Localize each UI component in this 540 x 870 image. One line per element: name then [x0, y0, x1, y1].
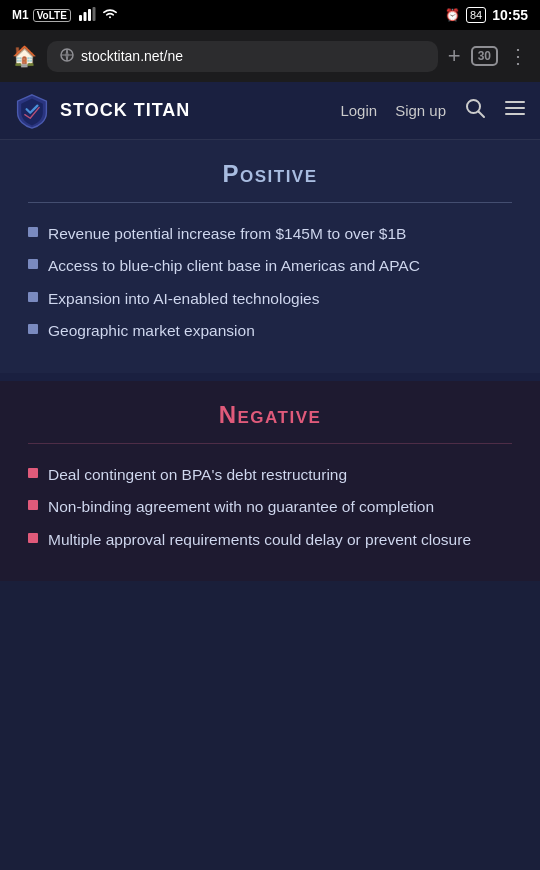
negative-list-item: Deal contingent on BPA's debt restructur…: [28, 464, 512, 486]
positive-title-text: Positive: [222, 160, 317, 187]
browser-bar: 🏠 stocktitan.net/ne + 30 ⋮: [0, 30, 540, 82]
tab-count-badge[interactable]: 30: [471, 46, 498, 66]
negative-title-text: Negative: [219, 401, 322, 428]
negative-item-text: Non-binding agreement with no guarantee …: [48, 496, 434, 518]
search-icon[interactable]: [464, 97, 486, 124]
positive-bullet-list: Revenue potential increase from $145M to…: [28, 223, 512, 343]
more-options-button[interactable]: ⋮: [508, 44, 528, 68]
bullet-marker-negative: [28, 500, 38, 510]
positive-item-text: Geographic market expansion: [48, 320, 255, 342]
negative-divider: [28, 443, 512, 444]
positive-item-text: Revenue potential increase from $145M to…: [48, 223, 406, 245]
positive-section-title: Positive: [28, 160, 512, 188]
bullet-marker-negative: [28, 468, 38, 478]
time-display: 10:55: [492, 7, 528, 23]
status-left: M1 VoLTE: [12, 7, 119, 24]
home-icon[interactable]: 🏠: [12, 44, 37, 68]
bullet-marker-positive: [28, 324, 38, 334]
positive-item-text: Access to blue-chip client base in Ameri…: [48, 255, 420, 277]
add-tab-button[interactable]: +: [448, 43, 461, 69]
wifi-icon: [101, 7, 119, 24]
battery-percent: 84: [466, 7, 486, 23]
navbar: STOCK TITAN Login Sign up: [0, 82, 540, 140]
site-icon: [59, 47, 75, 66]
battery-indicator: 84: [466, 7, 486, 23]
positive-item-text: Expansion into AI-enabled technologies: [48, 288, 319, 310]
logo-text: STOCK TITAN: [60, 100, 190, 121]
svg-line-6: [479, 112, 485, 118]
svg-rect-2: [88, 9, 91, 21]
svg-rect-1: [83, 12, 86, 21]
volte-badge: VoLTE: [33, 9, 71, 22]
negative-list-item: Non-binding agreement with no guarantee …: [28, 496, 512, 518]
bullet-marker-positive: [28, 259, 38, 269]
url-bar[interactable]: stocktitan.net/ne: [47, 41, 438, 72]
signup-button[interactable]: Sign up: [395, 102, 446, 119]
bullet-marker-negative: [28, 533, 38, 543]
signal-icon: [79, 7, 97, 24]
positive-list-item: Expansion into AI-enabled technologies: [28, 288, 512, 310]
alarm-icon: ⏰: [445, 8, 460, 22]
main-content: Positive Revenue potential increase from…: [0, 140, 540, 581]
negative-item-text: Multiple approval requirements could del…: [48, 529, 471, 551]
nav-links: Login Sign up: [340, 97, 526, 124]
negative-item-text: Deal contingent on BPA's debt restructur…: [48, 464, 347, 486]
status-bar: M1 VoLTE ⏰ 84 10:55: [0, 0, 540, 30]
login-button[interactable]: Login: [340, 102, 377, 119]
url-text: stocktitan.net/ne: [81, 48, 183, 64]
negative-list-item: Multiple approval requirements could del…: [28, 529, 512, 551]
logo-area: STOCK TITAN: [14, 93, 340, 129]
bullet-marker-positive: [28, 227, 38, 237]
positive-divider: [28, 202, 512, 203]
positive-list-item: Revenue potential increase from $145M to…: [28, 223, 512, 245]
carrier-label: M1: [12, 8, 29, 22]
bullet-marker-positive: [28, 292, 38, 302]
positive-section: Positive Revenue potential increase from…: [0, 140, 540, 373]
menu-icon[interactable]: [504, 97, 526, 124]
logo-shield-icon: [14, 93, 50, 129]
svg-rect-3: [92, 7, 95, 21]
positive-list-item: Geographic market expansion: [28, 320, 512, 342]
svg-rect-0: [79, 15, 82, 21]
positive-list-item: Access to blue-chip client base in Ameri…: [28, 255, 512, 277]
status-right: ⏰ 84 10:55: [445, 7, 528, 23]
negative-section: Negative Deal contingent on BPA's debt r…: [0, 381, 540, 581]
negative-section-title: Negative: [28, 401, 512, 429]
negative-bullet-list: Deal contingent on BPA's debt restructur…: [28, 464, 512, 551]
